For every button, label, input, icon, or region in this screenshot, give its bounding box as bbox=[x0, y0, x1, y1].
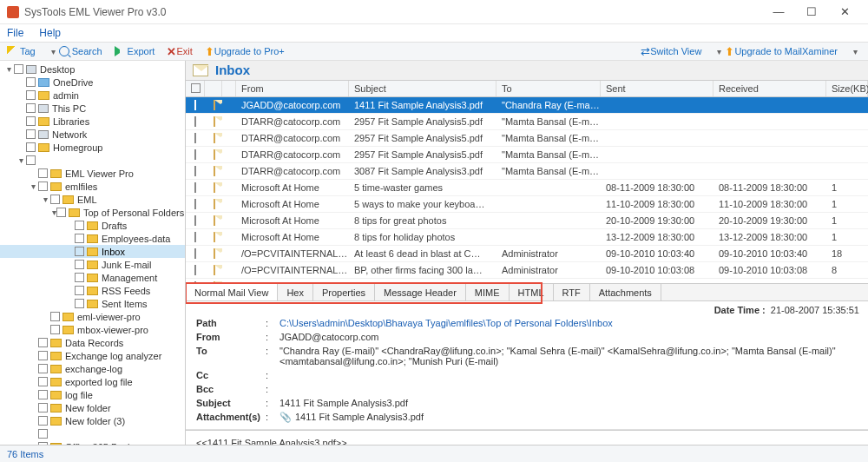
tree-item[interactable]: ▸admin bbox=[0, 89, 185, 102]
tree-item[interactable]: ▸eml-viewer-pro bbox=[0, 310, 185, 323]
folder-tree[interactable]: ▾Desktop▸OneDrive▸admin▸This PC▸Librarie… bbox=[0, 61, 186, 445]
tab-properties[interactable]: Properties bbox=[313, 284, 375, 300]
tree-checkbox[interactable] bbox=[38, 442, 48, 445]
tree-checkbox[interactable] bbox=[38, 390, 48, 399]
tree-checkbox[interactable] bbox=[38, 403, 48, 412]
tree-item[interactable]: ▸This PC bbox=[0, 102, 185, 115]
row-checkbox[interactable] bbox=[194, 182, 196, 193]
tree-item[interactable]: ▸mbox-viewer-pro bbox=[0, 323, 185, 336]
tree-item[interactable]: ▸EML Viewer Pro bbox=[0, 167, 185, 180]
tree-item[interactable]: ▸Drafts bbox=[0, 219, 185, 232]
tree-checkbox[interactable] bbox=[38, 338, 48, 347]
tree-checkbox[interactable] bbox=[50, 312, 60, 321]
meta-attachment[interactable]: 📎1411 Fit Sample Analysis3.pdf bbox=[279, 411, 858, 424]
tree-item[interactable]: ▾Desktop bbox=[0, 63, 185, 76]
col-received[interactable]: Received bbox=[713, 81, 826, 96]
tab-normal-mail-view[interactable]: Normal Mail View bbox=[186, 284, 278, 300]
tree-checkbox[interactable] bbox=[38, 416, 48, 426]
col-sent[interactable]: Sent bbox=[601, 81, 713, 96]
row-checkbox[interactable] bbox=[194, 199, 196, 209]
tab-hex[interactable]: Hex bbox=[278, 284, 313, 300]
upgrade-mailxaminer-button[interactable]: ⬆Upgrade to MailXaminer bbox=[725, 45, 838, 58]
tree-item[interactable]: ▸Inbox bbox=[0, 245, 185, 258]
message-row[interactable]: DTARR@catocorp.com2957 Fit Sample Analys… bbox=[186, 130, 868, 147]
tree-checkbox[interactable] bbox=[38, 429, 48, 439]
message-row[interactable]: DTARR@catocorp.com2957 Fit Sample Analys… bbox=[186, 114, 868, 130]
tree-item[interactable]: ▸Sent Items bbox=[0, 297, 185, 310]
tree-item[interactable]: ▸exchange-log bbox=[0, 362, 185, 375]
tree-checkbox[interactable] bbox=[38, 182, 48, 191]
message-row[interactable]: Microsoft At Home5 time-waster games08-1… bbox=[186, 180, 868, 196]
tree-checkbox[interactable] bbox=[75, 286, 84, 295]
col-subject[interactable]: Subject bbox=[349, 81, 496, 96]
tree-item[interactable]: ▸ bbox=[0, 427, 185, 440]
upgrade-pro-button[interactable]: ⬆Upgrade to Pro+ bbox=[205, 45, 285, 58]
tree-item[interactable]: ▾emlfiles bbox=[0, 180, 185, 193]
row-checkbox[interactable] bbox=[194, 166, 196, 176]
tab-mime[interactable]: MIME bbox=[466, 284, 510, 300]
tree-item[interactable]: ▸Employees-data bbox=[0, 232, 185, 245]
row-checkbox[interactable] bbox=[194, 100, 196, 110]
search-button[interactable]: Search bbox=[59, 46, 102, 56]
row-checkbox[interactable] bbox=[194, 248, 196, 259]
select-all-checkbox[interactable] bbox=[191, 83, 201, 93]
tree-item[interactable]: ▸Network bbox=[0, 128, 185, 141]
tab-html[interactable]: HTML bbox=[510, 284, 554, 300]
tree-item[interactable]: ▸Data Records bbox=[0, 336, 185, 349]
tree-checkbox[interactable] bbox=[26, 116, 36, 126]
tree-item[interactable]: ▸Homegroup bbox=[0, 141, 185, 154]
row-checkbox[interactable] bbox=[194, 215, 196, 226]
tree-checkbox[interactable] bbox=[26, 103, 36, 113]
tree-checkbox[interactable] bbox=[14, 64, 23, 74]
tree-item[interactable]: ▸OneDrive bbox=[0, 76, 185, 89]
message-row[interactable]: Microsoft At Home8 tips for great photos… bbox=[186, 213, 868, 229]
maximize-button[interactable]: ☐ bbox=[795, 3, 828, 22]
message-row[interactable]: DTARR@catocorp.com3087 Fit Sample Analys… bbox=[186, 163, 868, 180]
tree-checkbox[interactable] bbox=[50, 325, 60, 334]
tree-item[interactable]: ▸New folder bbox=[0, 401, 185, 414]
tree-checkbox[interactable] bbox=[75, 260, 84, 269]
tree-item[interactable]: ▸exported log file bbox=[0, 375, 185, 388]
tree-item[interactable]: ▸log file bbox=[0, 388, 185, 401]
message-row[interactable]: DTARR@catocorp.com2957 Fit Sample Analys… bbox=[186, 147, 868, 163]
export-button[interactable]: Export bbox=[115, 46, 155, 56]
tree-checkbox[interactable] bbox=[75, 221, 84, 230]
tree-checkbox[interactable] bbox=[75, 273, 84, 282]
message-list[interactable]: JGADD@catocorp.com1411 Fit Sample Analys… bbox=[186, 97, 868, 284]
tree-item[interactable]: ▸New folder (3) bbox=[0, 414, 185, 427]
tab-rtf[interactable]: RTF bbox=[554, 284, 590, 300]
tree-checkbox[interactable] bbox=[26, 142, 36, 152]
tree-checkbox[interactable] bbox=[56, 208, 66, 217]
row-checkbox[interactable] bbox=[194, 149, 196, 160]
tree-item[interactable]: ▾EML bbox=[0, 193, 185, 206]
tree-item[interactable]: ▾ bbox=[0, 154, 185, 167]
tree-item[interactable]: ▾Top of Personal Folders bbox=[0, 206, 185, 219]
tree-checkbox[interactable] bbox=[26, 90, 36, 100]
message-row[interactable]: Microsoft At Home5 ways to make your key… bbox=[186, 196, 868, 213]
col-to[interactable]: To bbox=[496, 81, 601, 96]
tree-item[interactable]: ▸Office 365 Backup bbox=[0, 440, 185, 445]
tree-item[interactable]: ▸RSS Feeds bbox=[0, 284, 185, 297]
tree-checkbox[interactable] bbox=[38, 377, 48, 386]
tree-checkbox[interactable] bbox=[75, 299, 84, 308]
tree-checkbox[interactable] bbox=[50, 195, 60, 204]
row-checkbox[interactable] bbox=[194, 232, 196, 242]
tag-button[interactable]: Tag bbox=[7, 46, 36, 56]
tab-attachments[interactable]: Attachments bbox=[590, 284, 661, 300]
close-button[interactable]: ✕ bbox=[828, 3, 861, 22]
tree-item[interactable]: ▸Junk E-mail bbox=[0, 258, 185, 271]
menu-file[interactable]: File bbox=[7, 27, 23, 39]
tree-checkbox[interactable] bbox=[38, 168, 48, 178]
tree-item[interactable]: ▸Management bbox=[0, 271, 185, 284]
col-size[interactable]: Size(KB) bbox=[826, 81, 868, 96]
tab-message-header[interactable]: Message Header bbox=[375, 284, 466, 300]
message-row[interactable]: /O=PCVITAINTERNAL/OU=FI…At least 6 dead … bbox=[186, 246, 868, 262]
col-from[interactable]: From bbox=[236, 81, 349, 96]
tree-checkbox[interactable] bbox=[26, 77, 36, 87]
tree-item[interactable]: ▸Exchange log analyzer bbox=[0, 349, 185, 362]
tree-checkbox[interactable] bbox=[26, 155, 36, 165]
tree-checkbox[interactable] bbox=[38, 351, 48, 360]
menu-help[interactable]: Help bbox=[39, 27, 61, 39]
message-row[interactable]: JGADD@catocorp.com1411 Fit Sample Analys… bbox=[186, 97, 868, 114]
tree-checkbox[interactable] bbox=[75, 247, 84, 256]
